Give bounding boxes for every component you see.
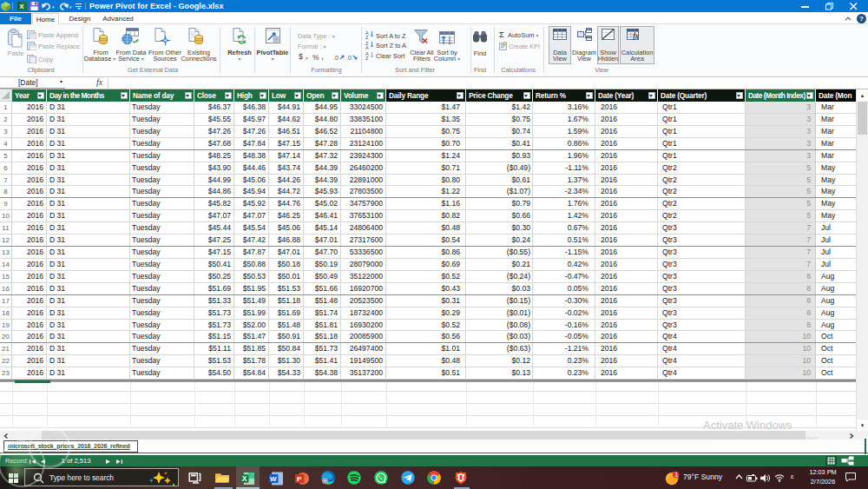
svg-text:W: W	[270, 475, 277, 483]
svg-text:.0: .0	[346, 55, 352, 61]
svg-text:1: 1	[675, 472, 679, 478]
svg-text:X: X	[19, 3, 24, 10]
svg-text:A: A	[365, 45, 369, 50]
svg-text:P: P	[297, 475, 302, 483]
svg-text:X: X	[242, 474, 247, 483]
svg-text:fx: fx	[633, 32, 640, 41]
svg-text:.0: .0	[333, 55, 339, 61]
